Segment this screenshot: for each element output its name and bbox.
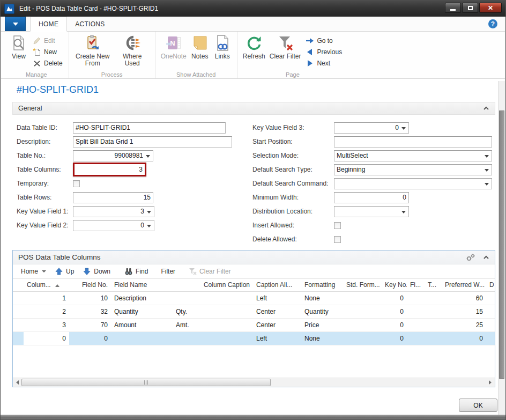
default-search-type-combo[interactable]: Beginning [334,164,492,175]
cell[interactable] [425,318,442,331]
temporary-checkbox[interactable] [73,180,80,187]
close-button[interactable]: ✕ [479,3,502,13]
vertical-scrollbar-thumb[interactable] [499,110,504,379]
minimum-width-input[interactable] [334,192,409,203]
table-row[interactable]: 2 32 Quantity Qty. Center Quantity 0 15 [13,305,495,318]
general-section-header[interactable]: General [12,102,495,115]
cell[interactable] [173,291,253,305]
cell[interactable]: 60 [442,291,486,305]
table-row[interactable]: 3 70 Amount Amt. Center Price 0 25 [13,318,495,331]
key-value-field-2-combo[interactable]: 0 [73,220,154,231]
column-header[interactable]: D [486,279,495,291]
cell[interactable] [343,305,382,318]
settings-gears-icon[interactable] [466,253,475,262]
data-table-id-input[interactable] [73,122,226,134]
cell[interactable]: Quantity [111,305,173,318]
delete-allowed-checkbox[interactable] [334,236,341,243]
cell[interactable] [407,291,425,305]
cell[interactable]: Price [301,318,343,331]
cell-editing[interactable]: 0 [24,331,69,345]
cell[interactable]: Quantity [301,305,343,318]
table-no-combo[interactable]: 99008981 [73,150,153,161]
cell[interactable] [173,331,253,345]
horizontal-scrollbar-thumb[interactable] [21,379,271,386]
refresh-button[interactable]: Refresh [241,33,267,61]
distribution-location-combo[interactable] [334,206,409,217]
cell[interactable]: Left [253,331,301,345]
description-input[interactable] [73,136,232,148]
cell[interactable]: 0 [382,331,407,345]
column-header[interactable]: Colum... [24,279,69,291]
cell[interactable]: 0 [442,331,486,345]
cell[interactable] [425,331,442,345]
tab-actions[interactable]: ACTIONS [67,17,113,31]
cell[interactable] [425,305,442,318]
insert-allowed-checkbox[interactable] [334,222,341,229]
cell[interactable]: Center [253,305,301,318]
cell[interactable]: 0 [382,305,407,318]
go-to-button[interactable]: Go to [303,35,345,46]
column-header[interactable]: Column Caption [173,279,253,291]
notes-button[interactable]: Notes [189,33,211,61]
row-selector[interactable] [13,291,24,305]
cell[interactable] [486,331,495,345]
filter-button[interactable]: Filter [157,266,179,278]
cell[interactable]: Description [111,291,173,305]
subform-home-menu[interactable]: Home [17,266,50,278]
cell[interactable]: 1 [24,291,69,305]
create-new-from-button[interactable]: Create New From [72,33,113,68]
cell[interactable] [343,318,382,331]
ok-button[interactable]: OK [459,399,497,412]
column-header[interactable]: Caption Ali... [253,279,301,291]
tab-home[interactable]: HOME [30,17,67,32]
cell[interactable]: 15 [442,305,486,318]
column-header[interactable]: Std. Form... [343,279,382,291]
scroll-right-button[interactable] [486,378,495,387]
cell[interactable]: Qty. [173,305,253,318]
view-button[interactable]: View [8,33,30,61]
horizontal-scrollbar[interactable] [13,378,495,387]
chevron-up-icon[interactable] [483,255,489,260]
cell[interactable]: 10 [69,291,111,305]
cell[interactable] [407,331,425,345]
move-down-button[interactable]: Down [79,266,114,278]
clear-filter-button[interactable]: Clear Filter [267,33,303,61]
edit-button[interactable]: Edit [30,35,65,46]
table-row[interactable]: 1 10 Description Left None 0 60 [13,291,495,305]
cell[interactable]: Center [253,318,301,331]
cell[interactable]: 0 [69,331,111,345]
vertical-scrollbar[interactable] [498,81,505,415]
cell[interactable]: Left [253,291,301,305]
column-header[interactable]: Field No. [69,279,111,291]
row-selector[interactable] [13,331,24,345]
find-button[interactable]: Find [121,266,152,278]
cell[interactable] [425,291,442,305]
cell[interactable]: Amt. [173,318,253,331]
cell[interactable]: 0 [382,318,407,331]
selection-mode-combo[interactable]: MultiSelect [334,150,492,161]
column-header[interactable]: Preferred W... [442,279,486,291]
start-position-input[interactable] [334,136,492,148]
previous-button[interactable]: Previous [303,46,345,57]
cell[interactable] [486,291,495,305]
key-value-field-3-combo[interactable]: 0 [334,122,409,134]
new-button[interactable]: New [30,46,65,57]
cell[interactable] [486,318,495,331]
cell[interactable] [111,331,173,345]
scroll-left-button[interactable] [13,378,22,387]
chevron-up-icon[interactable] [483,106,489,111]
links-button[interactable]: Links [211,33,234,61]
next-button[interactable]: Next [303,57,345,69]
cell[interactable]: 3 [24,318,69,331]
help-button[interactable]: ? [488,19,497,28]
table-columns-input[interactable] [75,165,145,175]
column-header[interactable]: Field Name [111,279,173,291]
row-selector[interactable] [13,318,24,331]
cell[interactable]: 0 [382,291,407,305]
where-used-button[interactable]: Where Used [113,33,152,68]
cell[interactable]: 70 [69,318,111,331]
column-header[interactable]: Key No. [382,279,407,291]
row-selector[interactable] [13,305,24,318]
maximize-button[interactable] [462,3,478,13]
cell[interactable]: None [301,331,343,345]
